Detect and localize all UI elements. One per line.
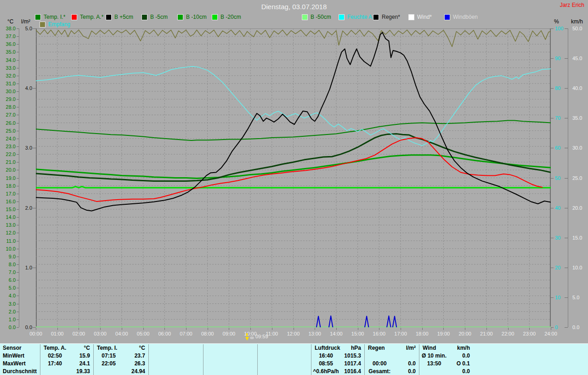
time-axis-label: 00:00 xyxy=(27,331,45,336)
wind-axis-label: 30.0 xyxy=(572,145,587,151)
table-column-unit: °C xyxy=(66,344,93,352)
legend-item-b-5cm[interactable]: B +5cm xyxy=(106,14,133,20)
legend-label: Temp. A.* xyxy=(80,14,103,20)
legend-item-feuchte-a[interactable]: Feuchte A.* xyxy=(339,14,376,20)
legend-swatch-icon xyxy=(71,14,77,20)
temp-axis-label: 1.0 xyxy=(1,316,16,323)
time-tick xyxy=(422,328,423,330)
legend-item-temp-i[interactable]: Temp. I.* xyxy=(35,14,65,20)
axis-tick xyxy=(551,178,554,179)
legend-label: Empfang xyxy=(48,21,70,28)
time-tick xyxy=(315,328,315,330)
legend-swatch-icon xyxy=(35,14,41,20)
marker-blob-icon xyxy=(250,336,254,339)
table-cell-time: ^0.6hPa/h xyxy=(311,368,341,375)
temp-axis-label: 22.0 xyxy=(1,151,16,157)
table-cell-time: 07:15 xyxy=(93,352,124,360)
axis-tick xyxy=(551,118,554,118)
legend-item-windb-en[interactable]: Windböen xyxy=(444,14,478,20)
table-column-title: Temp. I. xyxy=(93,344,117,352)
time-axis-label: 21:00 xyxy=(477,331,496,336)
legend-swatch-icon xyxy=(444,14,450,20)
table-column-title: Temp. A. xyxy=(40,344,66,352)
legend-label: B +5cm xyxy=(114,14,133,20)
axis-tick xyxy=(33,28,36,29)
axis-tick xyxy=(33,148,36,148)
table-cell-value: 24.94 xyxy=(124,368,148,375)
axis-tick xyxy=(565,208,568,208)
time-tick xyxy=(250,328,251,330)
time-axis-label: 05:00 xyxy=(134,331,153,336)
table-cell-value: 0.0 xyxy=(395,368,419,375)
table-cell-time: 13:50 xyxy=(419,360,449,368)
temp-axis-label: 15.0 xyxy=(1,206,16,213)
table-column-unit: km/h xyxy=(436,344,473,352)
temp-axis-label: 24.0 xyxy=(1,135,16,142)
legend-item-b-20cm[interactable]: B -20cm xyxy=(212,14,241,20)
series-windb-en xyxy=(317,316,321,327)
wind-axis-label: 25.0 xyxy=(572,175,587,181)
table-row-label: Durchschnitt xyxy=(0,368,40,375)
time-tick xyxy=(122,328,122,330)
rain-axis-label: 3.0 xyxy=(20,145,32,151)
legend-swatch-icon xyxy=(106,14,112,20)
table-cell-value: 23.7 xyxy=(124,352,148,360)
legend-swatch-icon xyxy=(339,14,345,20)
time-tick xyxy=(272,328,272,330)
axis-tick xyxy=(551,297,554,298)
temp-axis-label: 10.0 xyxy=(1,246,16,252)
time-axis-label: 08:00 xyxy=(198,331,217,336)
temp-axis-label: 30.0 xyxy=(1,88,16,95)
series-b-5cm xyxy=(36,134,551,181)
table-cell-time: Gesamt: xyxy=(364,368,395,375)
time-axis-label: 23:00 xyxy=(520,331,538,336)
axis-tick xyxy=(17,327,19,328)
temp-axis-label: 27.0 xyxy=(1,112,16,118)
wind-axis-label: 40.0 xyxy=(572,85,587,91)
axis-tick xyxy=(551,148,554,148)
series-temp-a xyxy=(36,138,542,201)
temp-axis-label: 26.0 xyxy=(1,120,16,126)
legend-item-b-5cm[interactable]: B -5cm xyxy=(141,14,168,20)
legend-item-temp-a[interactable]: Temp. A.* xyxy=(71,14,103,20)
table-row-labels-column: SensorMinWertMaxWertDurchschnitt xyxy=(0,344,40,375)
series-windb-en xyxy=(393,316,396,327)
legend-item-wind[interactable]: Wind* xyxy=(408,14,432,20)
table-column-unit: °C xyxy=(117,344,148,352)
wind-axis-label: 5.0 xyxy=(572,294,587,301)
axis-tick xyxy=(33,327,36,328)
legend-swatch-icon xyxy=(141,14,147,20)
table-column-luftdruck: LuftdruckhPa16:401015.308:551017.4^0.6hP… xyxy=(311,344,364,375)
time-axis-label: 19:00 xyxy=(434,331,452,336)
wind-axis-label: 35.0 xyxy=(572,115,587,121)
legend-label: B -50cm xyxy=(311,14,331,20)
table-column-title: Wind xyxy=(419,344,436,352)
legend-item-b-10cm[interactable]: B -10cm xyxy=(177,14,207,20)
temp-axis-label: 18.0 xyxy=(1,183,16,189)
legend-swatch-icon xyxy=(302,14,308,20)
legend-item-b-50cm[interactable]: B -50cm xyxy=(302,14,331,20)
time-axis-label: 17:00 xyxy=(391,331,410,336)
temp-axis-label: 6.0 xyxy=(1,277,16,283)
axis-tick xyxy=(565,327,568,328)
legend-item-empfang[interactable]: Empfang xyxy=(40,21,70,28)
table-column-unit: hPa xyxy=(340,344,364,352)
axis-line xyxy=(19,28,19,327)
legend-item-regen[interactable]: Regen* xyxy=(373,14,400,20)
axis-tick xyxy=(551,208,554,208)
temp-axis-label: 8.0 xyxy=(1,261,16,268)
legend-label: Temp. I.* xyxy=(44,14,65,20)
time-tick xyxy=(443,328,444,330)
time-axis-label: 20:00 xyxy=(456,331,474,336)
time-axis-label: 07:00 xyxy=(177,331,195,336)
table-column-title: Luftdruck xyxy=(311,344,340,352)
legend-label: Windböen xyxy=(453,14,478,20)
table-cell-value: 0.0 xyxy=(449,352,473,360)
temp-axis-label: 36.0 xyxy=(1,41,16,47)
wind-axis-label: 10.0 xyxy=(572,264,587,271)
time-axis-label: 01:00 xyxy=(48,331,67,336)
time-tick xyxy=(508,328,509,330)
table-column-wind: Windkm/hØ 10 min.0.013:50O 0.10.0 xyxy=(419,344,473,375)
rain-axis-label: 4.0 xyxy=(20,85,32,91)
time-axis-label: 15:00 xyxy=(349,331,367,336)
